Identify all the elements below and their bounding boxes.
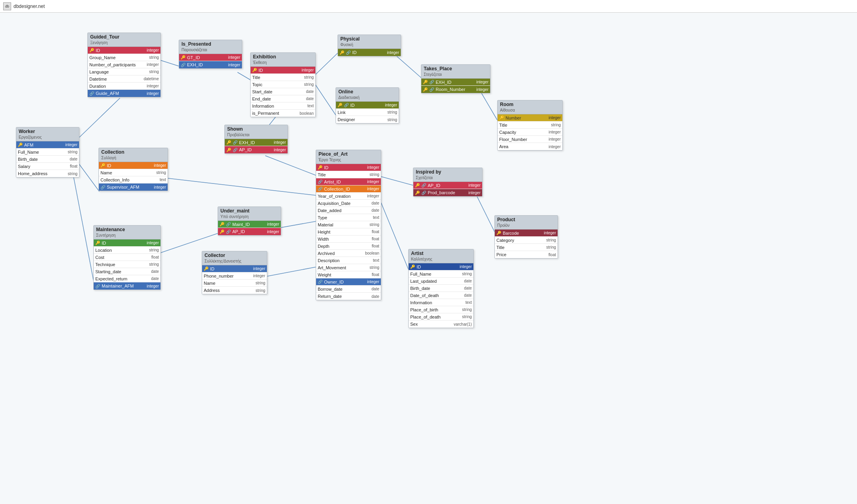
svg-line-0 [161,60,180,66]
field-row: Capacityinteger [498,129,562,136]
field-row: Typetext [316,214,381,221]
field-row: Informationtext [251,102,315,110]
field-row: 🔑🔗 EXH_IDinteger [225,139,288,146]
table-header-artist: ArtistΚαλλιτέχνης [409,249,473,263]
field-row: 🔗 Artist_IDinteger [316,178,381,185]
table-header-exhibition: ExhibitionΈκθεση [251,53,315,67]
table-header-piece-of-art: Piece_of_ArtΈργο Τέχνης [316,150,381,164]
svg-line-8 [73,98,120,143]
field-row: 🔑 IDinteger [409,263,473,270]
field-row: Floor_Numberinteger [498,136,562,143]
table-exhibition[interactable]: ExhibitionΈκθεση 🔑 IDinteger Titlestring… [250,52,316,117]
table-physical[interactable]: PhysicalΦυσική 🔑🔗 IDinteger [338,35,401,56]
svg-line-1 [237,72,251,80]
field-row: Last_updateddate [409,278,473,285]
field-row: Birth_datedate [16,156,79,163]
table-worker[interactable]: WorkerΕργαζόμενος 🔑 AFMinteger Full_Name… [16,127,79,178]
table-collection[interactable]: CollectionΣυλλογή 🔑 IDinteger Namestring… [98,148,168,191]
svg-line-16 [377,193,409,271]
field-row: Year_of_creationinteger [316,193,381,200]
table-under-maint[interactable]: Under_maintΥπό συντήρηση 🔑🔗 Maint_IDinte… [218,207,281,236]
field-row: Start_datedate [251,88,315,95]
table-guided-tour[interactable]: Guided_TourΞενάγηση 🔑 IDinteger Group_Na… [87,33,161,97]
field-row: is_Permanentboolean [251,110,315,117]
table-online[interactable]: OnlineΔιαδικτυακή 🔑🔗 IDinteger Linkstrin… [336,87,399,124]
svg-line-17 [264,267,317,277]
svg-line-12 [377,176,414,185]
table-header-room: RoomΑίθουσα [498,100,562,114]
field-row: 🔑🔗 AP_IDinteger [218,228,281,235]
field-row: Date_of_deathdate [409,292,473,299]
svg-line-13 [475,191,495,233]
table-header-guided-tour: Guided_TourΞενάγηση [88,33,160,47]
svg-line-2 [314,52,338,76]
field-row: Birth_datedate [409,285,473,292]
table-takes-place[interactable]: Takes_PlaceΣτεγάζεται 🔑🔗 EXH_IDinteger 🔑… [421,64,490,93]
field-row: Namestring [202,280,267,287]
field-row: Durationinteger [88,83,160,90]
field-row: Widthfloat [316,236,381,243]
table-header-shown: ShownΠροβάλλεται [225,125,288,139]
field-row: Sexvarchar(1) [409,321,473,328]
table-header-under-maint: Under_maintΥπό συντήρηση [218,207,281,221]
table-collector[interactable]: CollectorΣυλλέκτης/Δανειστής 🔑 IDinteger… [202,251,267,294]
field-row: Date_addeddate [316,207,381,214]
field-row: Borrow_datedate [316,286,381,293]
field-row: Archivedboolean [316,250,381,257]
field-row: Categorystring [495,237,558,244]
table-maintenance[interactable]: MaintenanceΣυντήρηση 🔑 IDinteger Locatio… [93,225,161,290]
table-shown[interactable]: ShownΠροβάλλεται 🔑🔗 EXH_IDinteger 🔑🔗 AP_… [224,125,288,154]
field-row: 🔗 Guide_AFMinteger [88,90,160,97]
field-row: Namestring [99,169,168,176]
field-row: Titlestring [251,74,315,81]
field-row: 🔑 AFMinteger [16,141,79,149]
field-row: 🔑 GT_IDinteger [179,54,242,61]
table-header-inspired-by: Inspired byΣχετίζεται [413,168,482,182]
field-row: 🔑🔗 AP_IDinteger [413,182,482,189]
field-row: Depthfloat [316,243,381,250]
field-row: Phone_numberinteger [202,272,267,280]
field-row: Expected_returndate [94,275,160,282]
app-title: dbdesigner.net [14,4,45,9]
field-row: 🔑 IDinteger [316,164,381,171]
field-row: Group_Namestring [88,54,160,61]
table-header-online: OnlineΔιαδικτυακή [336,88,399,102]
field-row: 🔗 Maintainer_AFMinteger [94,282,160,290]
field-row: Salaryfloat [16,163,79,170]
field-row: Collection_Infotext [99,176,168,183]
field-row: 🔗 EXH_IDinteger [179,61,242,68]
table-piece-of-art[interactable]: Piece_of_ArtΈργο Τέχνης 🔑 IDinteger Titl… [316,150,381,300]
table-header-maintenance: MaintenanceΣυντήρηση [94,226,160,239]
field-row: 🔑🔗 IDinteger [336,102,399,109]
table-header-worker: WorkerΕργαζόμενος [16,127,79,141]
field-row: Topicstring [251,81,315,88]
table-inspired-by[interactable]: Inspired byΣχετίζεται 🔑🔗 AP_IDinteger 🔑🔗… [413,168,483,197]
field-row: Starting_datedate [94,268,160,275]
table-header-is-presented: Is_PresentedΠαρουσιάζεται [179,40,242,54]
svg-line-7 [265,156,317,176]
field-row: 🔑 IDinteger [88,47,160,54]
field-row: 🔑 IDinteger [202,265,267,272]
field-row: Techniquestring [94,261,160,268]
field-row: Titlestring [316,171,381,178]
field-row: Areainteger [498,143,562,150]
field-row: Languagestring [88,68,160,75]
table-room[interactable]: RoomΑίθουσα 🔑 Numberinteger Titlestring … [497,100,563,151]
table-is-presented[interactable]: Is_PresentedΠαρουσιάζεται 🔑 GT_IDinteger… [179,40,242,69]
field-row: Descriptiontext [316,257,381,264]
field-row: 🔑🔗 Prod_barcodeinteger [413,189,482,196]
topbar: db dbdesigner.net [0,0,857,13]
field-row: Acquisition_Datedate [316,200,381,207]
table-product[interactable]: ProductΠροϊόν 🔑 Barcodeinteger Categorys… [494,215,558,259]
field-row: Titlestring [495,244,558,251]
field-row: Costfloat [94,254,160,261]
field-row: Art_Movementstring [316,264,381,271]
field-row: Materialstring [316,221,381,228]
logo: db dbdesigner.net [3,2,45,10]
field-row: 🔗 Supervisor_AFMinteger [99,183,168,191]
table-artist[interactable]: ArtistΚαλλιτέχνης 🔑 IDinteger Full_Names… [408,249,474,328]
svg-line-11 [162,178,317,195]
field-row: Addressstring [202,287,267,294]
logo-icon: db [3,2,11,10]
field-row: Home_addressstring [16,170,79,177]
